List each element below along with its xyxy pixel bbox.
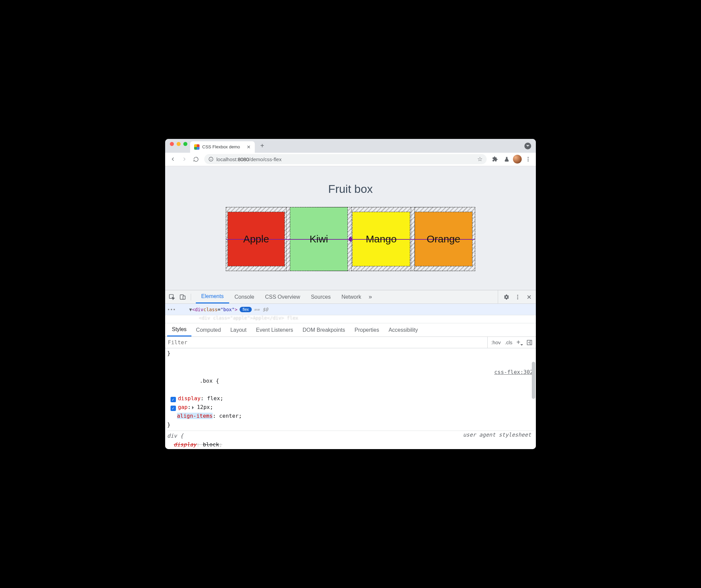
browser-tab[interactable]: CSS Flexbox demo ✕ [190,141,255,153]
devtools-tab-network[interactable]: Network [336,290,367,303]
svg-point-11 [517,298,518,299]
decl-checkbox[interactable]: ✓ [171,397,176,402]
labs-button[interactable] [501,154,512,164]
forward-button[interactable] [179,154,189,164]
devtools-tab-console[interactable]: Console [229,290,260,303]
devtools-tab-elements[interactable]: Elements [196,290,229,303]
profile-avatar[interactable] [513,155,522,164]
ua-stylesheet-rule: user agent stylesheet div { display: blo… [167,431,534,449]
rule-close-brace: } [167,349,534,358]
svg-point-9 [517,295,518,296]
browser-toolbar: localhost:8080/demo/css-flex ☆ [165,153,536,167]
svg-rect-12 [527,340,532,345]
page-viewport: Fruit box Apple Kiwi Mango Orange [165,166,536,290]
site-info-icon[interactable] [208,156,214,162]
subtab-event-listeners[interactable]: Event Listeners [251,323,298,336]
computed-toggle-icon[interactable] [526,340,532,346]
subtab-layout[interactable]: Layout [225,323,251,336]
dom-selected-node[interactable]: •••▼<div class="box">flex == $0 [165,304,536,315]
decl-align-items[interactable]: align-items: center; [167,412,534,420]
dom-next-line: <div class="apple">Apple</div> flex [165,315,536,323]
tab-title: CSS Flexbox demo [202,144,240,149]
devtools-more-tabs[interactable]: » [369,293,372,300]
devtools-panel: Elements Console CSS Overview Sources Ne… [165,290,536,449]
devtools-close-icon[interactable] [526,294,532,300]
svg-rect-8 [183,296,185,299]
new-style-rule-button[interactable]: + [516,339,522,346]
extensions-button[interactable] [490,154,500,164]
page-heading: Fruit box [165,166,536,207]
devtools-toolbar: Elements Console CSS Overview Sources Ne… [165,290,536,304]
tab-strip: CSS Flexbox demo ✕ + [165,139,536,153]
new-tab-button[interactable]: + [257,141,267,150]
rule-source-link[interactable]: css-flex:302 [494,368,533,377]
flex-badge[interactable]: flex [240,307,252,312]
back-button[interactable] [168,154,178,164]
svg-point-10 [517,296,518,297]
decl-gap[interactable]: ✓gap:12px; [167,403,534,412]
device-toolbar-icon[interactable] [179,294,186,300]
devtools-tab-sources[interactable]: Sources [305,290,336,303]
tab-search-button[interactable] [524,143,531,149]
chrome-menu-button[interactable] [523,154,533,164]
styles-subtabs: Styles Computed Layout Event Listeners D… [165,323,536,337]
window-controls [169,142,190,149]
svg-point-5 [528,160,529,161]
minimize-window-button[interactable] [177,142,181,146]
address-bar[interactable]: localhost:8080/demo/css-flex ☆ [204,154,487,164]
styles-filter-bar: :hov .cls + [165,337,536,348]
decl-display[interactable]: ✓display: flex; [167,394,534,403]
subtab-accessibility[interactable]: Accessibility [384,323,423,336]
cls-toggle[interactable]: .cls [505,340,513,345]
devtools-settings-icon[interactable] [503,294,510,300]
inspect-element-icon[interactable] [169,294,175,300]
tab-favicon [194,144,200,150]
url-text: localhost:8080/demo/css-flex [216,156,281,162]
devtools-kebab-menu[interactable] [514,294,521,300]
rule-box-selector[interactable]: css-flex:302 .box { [167,359,534,394]
subtab-properties[interactable]: Properties [350,323,384,336]
flex-container-overlay[interactable]: Apple Kiwi Mango Orange [226,207,475,271]
subtab-dom-breakpoints[interactable]: DOM Breakpoints [298,323,350,336]
styles-filter-input[interactable] [165,339,487,346]
svg-point-4 [528,159,529,160]
expand-shorthand-icon[interactable] [192,406,195,409]
ua-label: user agent stylesheet [463,432,531,438]
decl-checkbox[interactable]: ✓ [171,406,176,411]
scrollbar-thumb[interactable] [532,362,535,399]
subtab-computed[interactable]: Computed [191,323,226,336]
close-window-button[interactable] [170,142,174,146]
devtools-tab-css-overview[interactable]: CSS Overview [260,290,305,303]
maximize-window-button[interactable] [183,142,187,146]
star-icon[interactable]: ☆ [477,155,483,163]
close-tab-button[interactable]: ✕ [247,145,251,149]
hov-toggle[interactable]: :hov [491,340,500,345]
reload-button[interactable] [191,154,201,164]
svg-point-3 [528,157,529,158]
subtab-styles[interactable]: Styles [167,323,191,336]
styles-rules-pane[interactable]: } css-flex:302 .box { ✓display: flex; ✓g… [165,348,536,449]
browser-window: CSS Flexbox demo ✕ + localhost:8080/demo… [165,139,536,449]
